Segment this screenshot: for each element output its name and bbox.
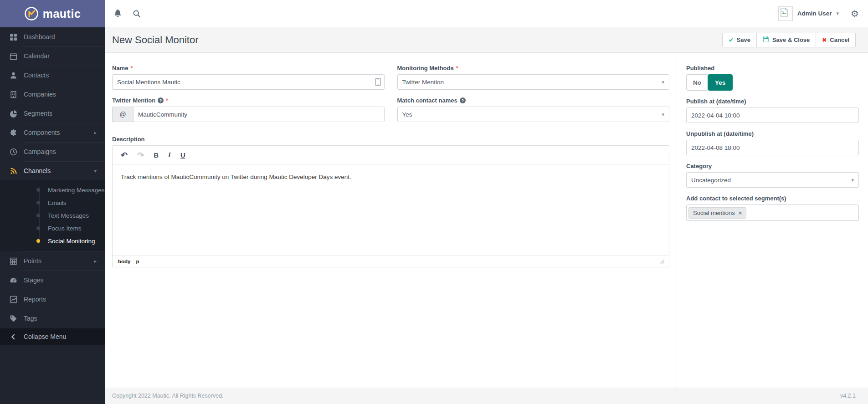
sidebar-item-reports[interactable]: Reports — [0, 290, 105, 309]
pie-chart-icon — [10, 110, 17, 118]
category-select[interactable]: Uncategorized ▾ — [686, 172, 859, 188]
channels-submenu: Marketing Messages Emails Text Messages … — [0, 180, 105, 251]
collapse-menu-button[interactable]: Collapse Menu — [0, 328, 105, 345]
user-menu[interactable]: Admin User ▾ — [778, 6, 839, 21]
twitter-mention-label: Twitter Mention ? * — [112, 97, 385, 104]
unpublish-at-label: Unpublish at (date/time) — [686, 130, 859, 137]
sidebar-item-components[interactable]: Components ▸ — [0, 123, 105, 142]
cancel-button[interactable]: ✖ Cancel — [816, 33, 856, 47]
monitoring-methods-select[interactable]: Twitter Mention ▾ — [397, 74, 670, 90]
editor-statusbar: body p — [113, 255, 669, 267]
publish-at-input[interactable] — [686, 107, 859, 123]
chevron-right-icon: ▸ — [94, 130, 97, 136]
bullet-icon — [36, 188, 40, 192]
chevron-left-icon — [10, 333, 17, 341]
editor-toolbar: ↶ ↷ B I U — [113, 146, 669, 165]
user-name: Admin User — [797, 10, 832, 17]
caret-down-icon: ▾ — [94, 168, 97, 174]
category-group: Category Uncategorized ▾ — [686, 163, 859, 188]
segments-label: Add contact to selected segment(s) — [686, 195, 859, 202]
sidebar-item-calendar[interactable]: Calendar — [0, 46, 105, 66]
element-path-p[interactable]: p — [136, 259, 139, 264]
x-icon: ✖ — [822, 37, 827, 43]
sidebar-item-segments[interactable]: Segments — [0, 104, 105, 123]
save-button[interactable]: ✔ Save — [722, 33, 756, 47]
remove-chip-icon[interactable]: × — [739, 210, 742, 216]
sidebar-item-emails[interactable]: Emails — [0, 196, 105, 209]
sidebar-item-tags[interactable]: Tags — [0, 309, 105, 328]
page-footer: Copyright 2022 Mautic. All Rights Reserv… — [105, 388, 868, 404]
published-yes-button[interactable]: Yes — [708, 74, 733, 91]
sidebar-item-stages[interactable]: Stages — [0, 271, 105, 290]
match-contact-names-select[interactable]: Yes ▾ — [397, 107, 670, 122]
main-area: New Social Monitor ✔ Save Save & Close ✖… — [105, 27, 868, 404]
description-group: Description ↶ ↷ B I U Track menti — [112, 136, 669, 267]
brand-logo[interactable]: mautic — [0, 0, 105, 27]
sidebar-item-contacts[interactable]: Contacts — [0, 66, 105, 85]
sidebar-item-dashboard[interactable]: Dashboard — [0, 27, 105, 46]
user-icon — [10, 72, 17, 79]
underline-button[interactable]: U — [180, 152, 185, 159]
app-header: mautic Admin User ▾ ⚙ — [0, 0, 868, 27]
sidebar-item-focus-items[interactable]: Focus Items — [0, 222, 105, 235]
sidebar-item-marketing-messages[interactable]: Marketing Messages — [0, 184, 105, 196]
editor-content[interactable]: Track mentions of MauticCommunity on Twi… — [113, 165, 669, 255]
published-no-button[interactable]: No — [686, 74, 708, 91]
calendar-icon — [10, 52, 17, 60]
check-icon: ✔ — [729, 37, 733, 43]
mautic-app: mautic Admin User ▾ ⚙ Das — [0, 0, 868, 404]
monitoring-methods-label: Monitoring Methods * — [397, 65, 670, 72]
save-close-button[interactable]: Save & Close — [757, 33, 816, 47]
required-asterisk: * — [166, 97, 168, 104]
undo-icon[interactable]: ↶ — [121, 151, 128, 159]
page-header-bar: New Social Monitor ✔ Save Save & Close ✖… — [105, 27, 868, 53]
chevron-down-icon: ▾ — [837, 10, 839, 16]
header-toolbar: Admin User ▾ ⚙ — [105, 0, 868, 27]
match-contact-names-group: Match contact names ? Yes ▾ — [397, 97, 670, 122]
resize-handle-icon[interactable] — [660, 259, 664, 264]
search-icon[interactable] — [132, 9, 141, 18]
twitter-handle-input[interactable] — [133, 107, 385, 122]
puzzle-icon — [10, 129, 17, 137]
sidebar-item-companies[interactable]: Companies — [0, 85, 105, 104]
element-path-body[interactable]: body — [118, 259, 130, 264]
publish-options-panel: Published No Yes Publish at (date/time) … — [677, 53, 868, 388]
segments-multiselect[interactable]: Social mentions × — [686, 205, 859, 221]
published-toggle: No Yes — [686, 74, 859, 91]
redo-icon[interactable]: ↷ — [137, 151, 144, 159]
sidebar-item-social-monitoring[interactable]: Social Monitoring — [0, 235, 105, 247]
sidebar-item-channels[interactable]: Channels ▾ — [0, 161, 105, 180]
settings-gear-icon[interactable]: ⚙ — [851, 9, 859, 18]
bullet-icon — [36, 201, 40, 205]
help-question-icon[interactable]: ? — [158, 97, 164, 103]
name-label: Name * — [112, 65, 385, 72]
content: Name * Monitoring Methods * — [105, 53, 868, 388]
italic-button[interactable]: I — [168, 152, 171, 159]
app-body: Dashboard Calendar Contacts Companies Se… — [0, 27, 868, 404]
sidebar-item-points[interactable]: Points ▸ — [0, 251, 105, 271]
sidebar: Dashboard Calendar Contacts Companies Se… — [0, 27, 105, 404]
match-contact-names-label: Match contact names ? — [397, 97, 670, 104]
unpublish-at-group: Unpublish at (date/time) — [686, 130, 859, 155]
description-text: Track mentions of MauticCommunity on Twi… — [121, 173, 661, 182]
gauge-icon — [10, 276, 17, 284]
notifications-bell-icon[interactable] — [113, 9, 122, 18]
sidebar-item-text-messages[interactable]: Text Messages — [0, 209, 105, 222]
caret-down-icon: ▾ — [662, 79, 664, 85]
page-actions: ✔ Save Save & Close ✖ Cancel — [722, 33, 856, 47]
bold-button[interactable]: B — [154, 152, 159, 159]
sidebar-item-campaigns[interactable]: Campaigns — [0, 142, 105, 161]
rss-icon — [10, 167, 17, 175]
twitter-mention-group: Twitter Mention ? * @ — [112, 97, 385, 122]
avatar — [778, 6, 793, 21]
unpublish-at-input[interactable] — [686, 140, 859, 155]
version-text: v4.2.1 — [840, 393, 856, 399]
name-input[interactable] — [112, 74, 385, 90]
help-question-icon[interactable]: ? — [460, 97, 466, 103]
bullet-icon — [36, 214, 40, 217]
caret-down-icon: ▾ — [851, 177, 854, 183]
builder-token-icon[interactable] — [375, 78, 381, 86]
chevron-right-icon: ▸ — [94, 258, 97, 264]
brand-name: mautic — [43, 7, 81, 20]
description-label: Description — [112, 136, 669, 143]
